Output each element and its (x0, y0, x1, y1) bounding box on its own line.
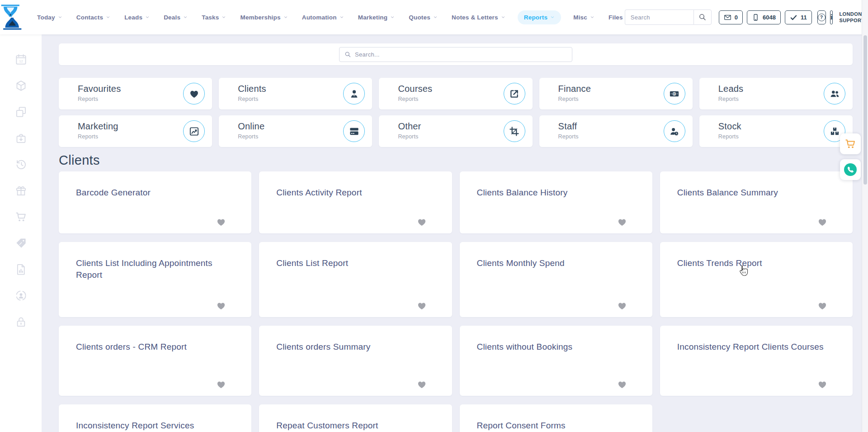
info-icon: i (830, 13, 833, 22)
cart-icon (844, 138, 856, 150)
gift-icon[interactable] (15, 185, 27, 197)
nav-item-reports[interactable]: Reports (518, 10, 561, 24)
floating-phone-button[interactable] (840, 159, 861, 180)
nav-item-leads[interactable]: Leads (123, 10, 151, 24)
nav-item-label: Memberships (240, 14, 280, 21)
report-card-report-consent-forms[interactable]: Report Consent Forms (460, 404, 652, 432)
tag-icon[interactable] (15, 237, 27, 249)
favourite-heart-icon[interactable] (417, 380, 427, 389)
category-card-other[interactable]: Other Reports (379, 115, 532, 147)
favourite-heart-icon[interactable] (817, 217, 827, 227)
favourite-heart-icon[interactable] (216, 380, 226, 389)
topbar: Today Contacts Leads Deals Tasks Members… (0, 0, 868, 34)
category-card-favourites[interactable]: Favourites Reports (59, 78, 212, 109)
report-card-clients-list-including-appointments-report[interactable]: Clients List Including Appointments Repo… (59, 242, 251, 317)
nav-item-files[interactable]: Files (607, 10, 625, 24)
top-nav: Today Contacts Leads Deals Tasks Members… (35, 10, 625, 24)
report-card-clients-balance-history[interactable]: Clients Balance History (460, 171, 652, 233)
scrollbar-thumb[interactable] (863, 35, 867, 185)
floating-cart-button[interactable] (840, 133, 861, 154)
report-card-inconsistency-report-services[interactable]: Inconsistency Report Services (59, 404, 251, 432)
category-card-finance[interactable]: Finance Reports 0 (539, 78, 693, 109)
category-card-staff[interactable]: Staff Reports (539, 115, 693, 147)
badge-count: 0 (735, 14, 738, 21)
report-title: Barcode Generator (76, 187, 235, 199)
category-card-leads[interactable]: Leads Reports (699, 78, 853, 109)
report-doc-icon[interactable] (15, 263, 27, 275)
favourite-heart-icon[interactable] (617, 380, 627, 389)
nav-item-notes-letters[interactable]: Notes & Letters (450, 10, 507, 24)
user-name-line1: LONDON (839, 11, 864, 17)
category-card-courses[interactable]: Courses Reports (379, 78, 532, 109)
nav-item-misc[interactable]: Misc (571, 10, 596, 24)
check-badge[interactable]: 11 (785, 10, 812, 24)
report-card-clients-trends-report[interactable]: Clients Trends Report (660, 242, 853, 317)
lock-icon[interactable] (15, 316, 27, 328)
copy-icon[interactable] (15, 106, 27, 118)
top-search-input[interactable] (625, 9, 693, 25)
favourite-heart-icon[interactable] (417, 301, 427, 311)
report-title: Clients Balance History (477, 187, 636, 199)
favourite-heart-icon[interactable] (617, 301, 627, 311)
report-card-clients-orders-crm-report[interactable]: Clients orders - CRM Report (59, 326, 251, 396)
report-card-repeat-customers-report[interactable]: Repeat Customers Report (259, 404, 452, 432)
nav-item-contacts[interactable]: Contacts (75, 10, 112, 24)
nav-item-tasks[interactable]: Tasks (200, 10, 228, 24)
envelope-badge[interactable]: 0 (719, 10, 743, 24)
report-card-clients-activity-report[interactable]: Clients Activity Report (259, 171, 452, 233)
nav-item-marketing[interactable]: Marketing (356, 10, 397, 24)
nav-item-label: Automation (302, 14, 337, 21)
report-search-input[interactable] (355, 51, 567, 58)
phone-icon (843, 162, 858, 177)
nav-item-label: Misc (573, 14, 587, 21)
boxes-icon (830, 126, 840, 137)
report-card-clients-monthly-spend[interactable]: Clients Monthly Spend (460, 242, 652, 317)
chevron-down-icon (58, 15, 62, 19)
page-scrollbar[interactable] (862, 0, 868, 432)
question-icon: ? (818, 14, 826, 21)
bag-icon[interactable] (15, 132, 27, 144)
history-icon[interactable] (15, 158, 27, 171)
favourite-heart-icon[interactable] (817, 301, 827, 311)
main-content: Favourites Reports Clients Reports Cours… (42, 34, 868, 432)
nav-item-automation[interactable]: Automation (300, 10, 346, 24)
calendar-icon[interactable]: 12 (15, 53, 27, 66)
report-title: Clients Activity Report (276, 187, 435, 199)
nav-item-deals[interactable]: Deals (162, 10, 189, 24)
category-card-clients[interactable]: Clients Reports (219, 78, 372, 109)
report-card-clients-balance-summary[interactable]: Clients Balance Summary (660, 171, 853, 233)
report-card-clients-orders-summary[interactable]: Clients orders Summary (259, 326, 452, 396)
favourite-heart-icon[interactable] (216, 301, 226, 311)
section-title: Clients (59, 152, 853, 169)
help-button[interactable]: ? (817, 10, 826, 24)
user-refresh-icon[interactable] (15, 290, 27, 302)
category-icon-circle (664, 120, 685, 142)
report-title: Inconsistency Report Services (76, 420, 235, 432)
category-card-online[interactable]: Online Reports (219, 115, 372, 147)
top-search-button[interactable] (693, 9, 712, 25)
report-card-clients-list-report[interactable]: Clients List Report (259, 242, 452, 317)
favourite-heart-icon[interactable] (817, 380, 827, 389)
nav-item-memberships[interactable]: Memberships (238, 10, 289, 24)
favourite-heart-icon[interactable] (216, 217, 226, 227)
report-card-barcode-generator[interactable]: Barcode Generator (59, 171, 251, 233)
info-button[interactable]: i (830, 10, 833, 24)
category-card-stock[interactable]: Stock Reports (699, 115, 853, 147)
cart-icon[interactable] (15, 211, 27, 223)
mobile-badge[interactable]: 6048 (747, 10, 781, 24)
favourite-heart-icon[interactable] (617, 217, 627, 227)
chevron-down-icon (390, 15, 395, 19)
nav-item-quotes[interactable]: Quotes (407, 10, 439, 24)
chevron-down-icon (550, 15, 555, 19)
nav-item-today[interactable]: Today (35, 10, 64, 24)
report-card-inconsistency-report-clients-courses[interactable]: Inconsistency Report Clients Courses (660, 326, 853, 396)
favourite-heart-icon[interactable] (417, 217, 427, 227)
package-icon[interactable] (15, 80, 27, 92)
category-grid: Favourites Reports Clients Reports Cours… (59, 78, 853, 147)
report-card-clients-without-bookings[interactable]: Clients without Bookings (460, 326, 652, 396)
chevron-down-icon (222, 15, 226, 19)
app-logo[interactable] (0, 4, 23, 31)
category-card-marketing[interactable]: Marketing Reports (59, 115, 212, 147)
left-sidebar: 12 (0, 34, 42, 432)
category-icon-circle: 0 (664, 83, 685, 104)
